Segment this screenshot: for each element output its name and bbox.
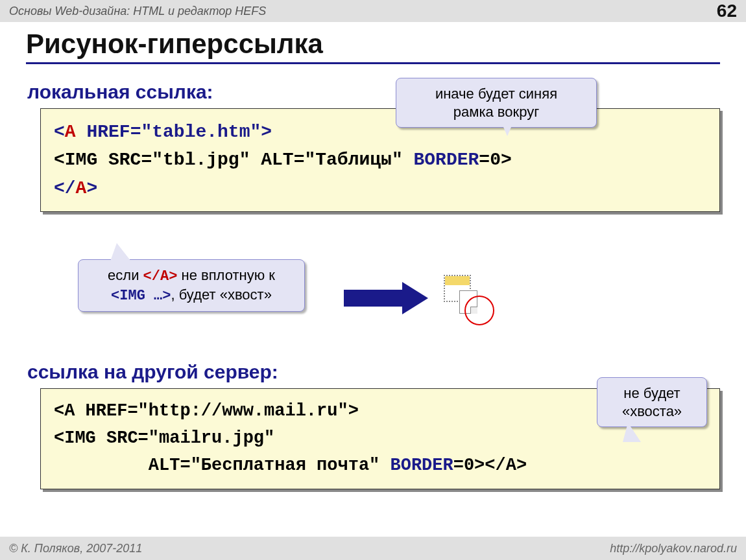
footer-url: http://kpolyakov.narod.ru: [610, 542, 737, 555]
footer-bar: © К. Поляков, 2007-2011 http://kpolyakov…: [0, 537, 746, 560]
course-title: Основы Web-дизайна: HTML и редактор HEFS: [9, 5, 266, 18]
code-example-1: <A HREF="table.htm"> <IMG SRC="tbl.jpg" …: [40, 108, 720, 212]
callout-no-tail-note: не будет «хвоста»: [597, 377, 707, 427]
slide-title: Рисунок-гиперссылка: [26, 29, 720, 64]
image-tail-demo-icon: [441, 272, 493, 324]
copyright: © К. Поляков, 2007-2011: [9, 542, 142, 555]
arrow-right-icon: [344, 290, 402, 307]
callout-tail-icon: [623, 423, 641, 442]
callout-border-note: иначе будет синяя рамка вокруг: [396, 78, 597, 128]
callout-tail-icon: [499, 118, 515, 136]
callout-tail-icon: [110, 243, 131, 261]
arrow-demo-group: [344, 272, 493, 324]
header-bar: Основы Web-дизайна: HTML и редактор HEFS…: [0, 0, 746, 22]
page-number: 62: [717, 1, 737, 21]
section-local-link: локальная ссылка:: [27, 81, 720, 103]
callout-tail-note: если </A> не вплотную к <IMG …>, будет «…: [78, 259, 305, 312]
